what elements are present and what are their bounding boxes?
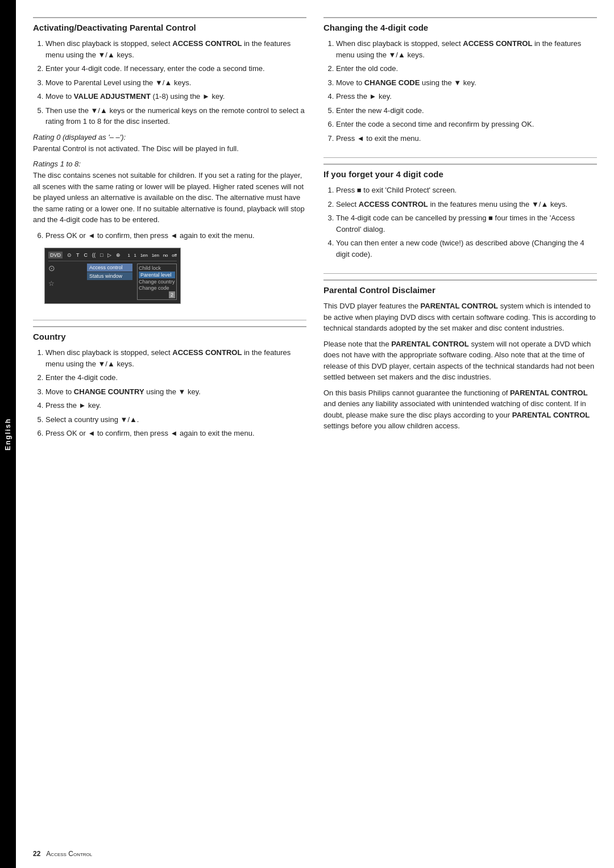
footer-title: Access Control [46,850,92,858]
list-item: Enter the new 4-digit code. [336,105,597,116]
dvd-icon7: ⊕ [116,252,121,258]
section-disclaimer: Parental Control Disclaimer This DVD pla… [323,279,597,436]
dvd-top-bar: DVD ⊙ T C (( □ ▷ ⊕ 1 1 1en 1en no off [48,252,177,261]
list-item: Move to Parental Level using the ▼/▲ key… [45,77,306,89]
dvd-disc-icon: ⊙ [48,264,82,273]
list-item: Then use the ▼/▲ keys or the numerical k… [45,105,306,127]
list-item: Enter the 4-digit code. [45,372,306,383]
section-country: Country When disc playback is stopped, s… [33,326,306,444]
dvd-parental-level: Parental level [139,272,175,278]
ratings18-text: The disc contains scenes not suitable fo… [33,170,306,226]
list-item: Select ACCESS CONTROL in the features me… [336,199,597,210]
disclaimer-para2: Please note that the PARENTAL CONTROL sy… [323,339,597,383]
dvd-center-panel: Access control Status window [87,264,132,300]
list-item: When disc playback is stopped, select AC… [45,347,306,369]
dvd-icon6: ▷ [107,252,111,258]
forgot-code-section-divider [323,157,597,158]
main-content: Activating/Deactivating Parental Control… [16,0,614,868]
list-item: When disc playback is stopped, select AC… [336,38,597,60]
rating0-text: Parental Control is not activated. The D… [33,143,306,155]
dvd-icon3: C [84,252,88,258]
dvd-icon1: ⊙ [67,252,72,258]
dvd-right-panel: Child lock Parental level Change country… [137,264,177,300]
activating-steps-list: When disc playback is stopped, select AC… [33,38,306,127]
activating-step6-list: Press OK or ◄ to confirm, then press ◄ a… [33,230,306,241]
list-item: You can then enter a new code (twice!) a… [336,237,597,260]
list-item: Enter the old code. [336,63,597,74]
section-title-disclaimer: Parental Control Disclaimer [323,279,597,295]
list-item: Move to VALUE ADJUSTMENT (1-8) using the… [45,91,306,102]
rating0-heading: Rating 0 (displayed as '– –'): [33,133,306,141]
changing-code-steps-list: When disc playback is stopped, select AC… [323,38,597,144]
page-number: 22 [33,850,40,858]
section-title-forgot-code: If you forget your 4 digit code [323,164,597,179]
country-section-divider [33,320,306,320]
list-item: Enter your 4-digit code. If necessary, e… [45,63,306,74]
list-item: Press ◄ to exit the menu. [336,133,597,144]
dvd-label: DVD [48,252,63,258]
country-steps-list: When disc playback is stopped, select AC… [33,347,306,439]
dvd-menu-row: ⊙ ☆ Access control Status window Child l… [48,264,177,300]
list-item: The 4-digit code can be cancelled by pre… [336,212,597,235]
section-forgot-code: If you forget your 4 digit code Press ■ … [323,164,597,264]
dvd-access-control-item: Access control [87,264,132,272]
section-title-country: Country [33,326,306,341]
forgot-code-steps-list: Press ■ to exit 'Child Protect' screen. … [323,185,597,260]
dvd-status-window-item: Status window [87,272,132,280]
dvd-icon5: □ [100,252,103,258]
section-title-activating: Activating/Deactivating Parental Control [33,17,306,32]
dvd-change-code: Change code [139,285,175,291]
ratings18-heading: Ratings 1 to 8: [33,160,306,168]
section-title-changing-code: Changing the 4-digit code [323,17,597,32]
dvd-badge: 2 [169,291,175,298]
dvd-left-panel: ⊙ ☆ [48,264,82,300]
dvd-icon4: (( [92,252,96,258]
list-item: Enter the code a second time and reconfi… [336,119,597,130]
dvd-separator: 1 1 1en 1en no off [127,253,177,258]
right-column: Changing the 4-digit code When disc play… [323,17,597,851]
disclaimer-section-divider [323,273,597,274]
disclaimer-para3: On this basis Philips cannot guarantee t… [323,387,597,432]
list-item: Move to CHANGE CODE using the ▼ key. [336,77,597,89]
dvd-star-icon: ☆ [48,279,82,287]
dvd-change-country: Change country [139,279,175,285]
page-container: English Activating/Deactivating Parental… [0,0,614,868]
dvd-menu-screenshot: DVD ⊙ T C (( □ ▷ ⊕ 1 1 1en 1en no off ⊙ [44,248,181,304]
dvd-icon2: T [76,252,80,258]
page-footer: 22 Access Control [16,850,614,858]
side-english-tab: English [0,0,16,868]
list-item: Move to CHANGE COUNTRY using the ▼ key. [45,386,306,398]
section-changing-code: Changing the 4-digit code When disc play… [323,17,597,148]
list-item: Press ■ to exit 'Child Protect' screen. [336,185,597,196]
dvd-child-lock: Child lock [139,265,175,271]
list-item: When disc playback is stopped, select AC… [45,38,306,60]
list-item: Select a country using ▼/▲. [45,414,306,425]
left-column: Activating/Deactivating Parental Control… [33,17,306,851]
list-item: Press OK or ◄ to confirm, then press ◄ a… [45,428,306,439]
disclaimer-para1: This DVD player features the PARENTAL CO… [323,301,597,334]
list-item: Press the ► key. [45,400,306,411]
section-activating: Activating/Deactivating Parental Control… [33,17,306,311]
list-item: Press OK or ◄ to confirm, then press ◄ a… [45,230,306,241]
list-item: Press the ► key. [336,91,597,102]
